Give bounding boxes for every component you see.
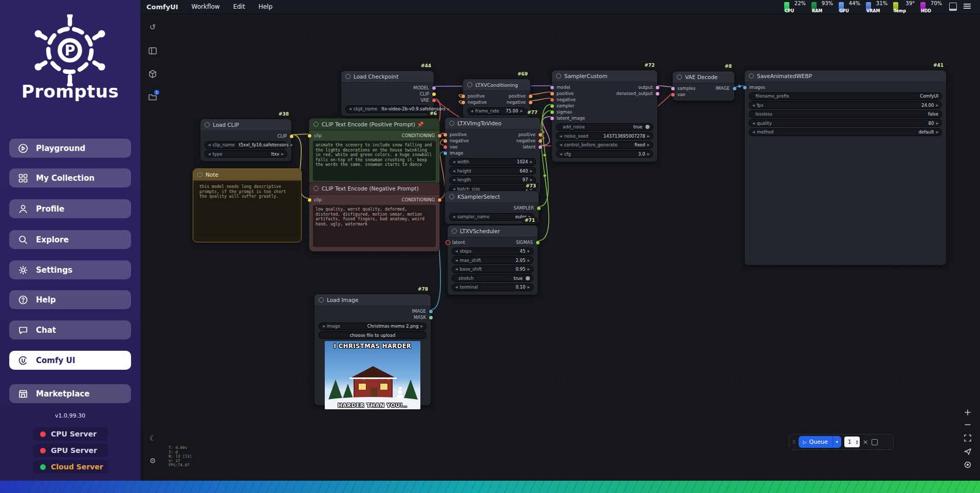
node-header[interactable]: LTXVConditioning [463, 79, 530, 91]
collapse-dot[interactable] [452, 229, 457, 234]
collapse-dot[interactable] [205, 122, 210, 127]
negative-prompt-textarea[interactable]: low quality, worst quality, deformed, di… [313, 205, 436, 247]
slot-output-output[interactable] [656, 86, 659, 89]
widget-height[interactable]: ◀height640▶ [449, 167, 536, 175]
slot-vae-input[interactable] [671, 93, 675, 97]
zoom-in-button[interactable] [962, 407, 973, 418]
node-header[interactable]: VAE Decode [673, 71, 734, 83]
sidebar-item-my-collection[interactable]: My Collection [9, 168, 131, 187]
slot-sampler-input[interactable] [550, 104, 554, 108]
node-ltxv-conditioning[interactable]: #69 LTXVConditioning positivepositive ne… [463, 79, 531, 119]
canvas-settings-gear-icon[interactable]: ⚙ [146, 454, 159, 467]
slot-latent-input[interactable] [446, 241, 450, 244]
node-header[interactable]: Load Checkpoint [341, 71, 434, 83]
collapse-dot[interactable] [313, 186, 319, 191]
widget-terminal[interactable]: ◀terminal0.10▶ [452, 283, 533, 291]
node-load-clip[interactable]: #38 Load CLIP CLIP ◀clip_namet5xxl_fp16.… [200, 119, 292, 162]
widget-cfg[interactable]: ◀cfg3.0▶ [556, 150, 653, 158]
slot-mask-output[interactable] [429, 316, 433, 319]
model-library-icon[interactable] [146, 67, 159, 81]
drag-handle[interactable]: ⠿ [792, 440, 796, 444]
sidebar-item-profile[interactable]: Profile [9, 199, 131, 218]
history-icon[interactable]: ↺ [146, 21, 159, 34]
node-load-image[interactable]: #78 Load Image IMAGE MASK ◀imageChristma… [314, 294, 431, 406]
widget-quality[interactable]: ◀quality80▶ [749, 119, 942, 127]
widget-control-before-generate[interactable]: ◀control_before_generatefixed▶ [556, 141, 653, 149]
slot-negative-input[interactable] [461, 101, 465, 104]
clear-queue-icon[interactable]: × [863, 438, 868, 446]
widget-type[interactable]: ◀typeltxv▶ [205, 150, 287, 158]
theme-moon-icon[interactable]: ☾ [146, 431, 159, 445]
chevron-down-icon[interactable]: ▾ [833, 436, 841, 448]
slot-model-input[interactable] [550, 86, 554, 89]
node-header[interactable]: CLIP Text Encode (Negative Prompt) [309, 183, 439, 195]
node-header[interactable]: KSamplerSelect [445, 191, 539, 203]
slot-negative-input[interactable] [443, 139, 447, 143]
focus-selection-button[interactable] [962, 459, 973, 470]
node-header[interactable]: Load Image [315, 294, 431, 306]
slot-clip-output[interactable] [290, 135, 293, 138]
slot-vae-input[interactable] [443, 145, 447, 149]
slot-latent-image-input[interactable] [550, 117, 554, 120]
slot-samples-input[interactable] [671, 87, 675, 90]
upload-button[interactable]: choose file to upload [319, 331, 427, 339]
collapse-dot[interactable] [449, 194, 454, 199]
slot-vae-output[interactable] [432, 99, 436, 102]
widget-fps[interactable]: ◀fps24.00▶ [749, 101, 942, 109]
toggle-knob[interactable] [645, 125, 650, 129]
node-header[interactable]: LTXVScheduler [448, 225, 538, 237]
slot-image-output[interactable] [429, 310, 433, 313]
collapse-dot[interactable] [467, 82, 472, 87]
collapse-dot[interactable] [749, 73, 754, 79]
sidebar-item-playground[interactable]: Playground [9, 139, 131, 158]
slot-image-output[interactable] [733, 87, 736, 90]
node-header[interactable]: SamplerCustom [552, 70, 657, 82]
zoom-out-button[interactable] [962, 419, 973, 430]
slot-images-input[interactable] [743, 86, 747, 89]
slot-clip-output[interactable] [432, 92, 436, 96]
node-save-animated-webp[interactable]: #41 SaveAnimatedWEBP images filename_pre… [744, 70, 947, 266]
bottom-panel-icon[interactable] [949, 3, 957, 11]
node-header[interactable]: CLIP Text Encode (Positive Prompt) 📌 [309, 119, 439, 130]
slot-negative-output[interactable] [539, 139, 542, 143]
slot-clip-input[interactable] [308, 198, 311, 202]
widget-steps[interactable]: ◀steps45▶ [452, 248, 533, 255]
positive-prompt-textarea[interactable]: animate the scenery to include snow fall… [313, 141, 436, 181]
menu-icon[interactable] [964, 3, 972, 11]
slot-conditioning-output[interactable] [438, 198, 441, 202]
collapse-dot[interactable] [556, 73, 561, 79]
slot-sigmas-input[interactable] [550, 110, 554, 114]
widget-stretch[interactable]: stretchtrue [452, 274, 533, 282]
slot-denoised-output[interactable] [656, 92, 659, 96]
panel-toggle-icon[interactable] [146, 44, 159, 58]
collapse-dot[interactable] [319, 297, 324, 302]
widget-length[interactable]: ◀length97▶ [449, 176, 536, 184]
collapse-dot[interactable] [197, 172, 202, 177]
slot-positive-output[interactable] [539, 133, 542, 137]
node-load-checkpoint[interactable]: #44 Load Checkpoint MODEL CLIP VAE ◀ckpt… [341, 70, 434, 117]
menu-edit[interactable]: Edit [233, 3, 245, 10]
widget-add-noise[interactable]: add_noisetrue [556, 123, 653, 131]
slot-conditioning-output[interactable] [438, 134, 441, 138]
slot-negative-input[interactable] [550, 98, 554, 102]
slot-latent-output[interactable] [539, 145, 542, 149]
workflows-folder-icon[interactable]: 1 [146, 90, 159, 104]
widget-filename-prefix[interactable]: filename_prefixComfyUI [749, 92, 942, 100]
slot-sigmas-output[interactable] [536, 241, 540, 244]
sidebar-item-help[interactable]: Help [9, 290, 131, 309]
sidebar-item-explore[interactable]: Explore [9, 230, 131, 249]
toggle-knob[interactable] [526, 276, 530, 280]
widget-base-shift[interactable]: ◀base_shift0.95▶ [452, 266, 533, 273]
note-textarea[interactable]: this model needs long descriptive prompt… [197, 182, 298, 237]
collapse-dot[interactable] [313, 122, 319, 127]
sidebar-item-settings[interactable]: Settings [9, 260, 131, 279]
queue-button[interactable]: ▷Queue ▾ [799, 436, 841, 448]
node-header[interactable]: LTXVImgToVideo [445, 118, 540, 129]
node-ltxv-scheduler[interactable]: #71 LTXVScheduler latentSIGMAS ◀steps45▶… [447, 225, 538, 295]
collapse-dot[interactable] [345, 74, 350, 79]
node-sampler-custom[interactable]: #72 SamplerCustom modeloutput positivede… [551, 70, 658, 162]
node-note[interactable]: Note this model needs long descriptive p… [193, 168, 302, 242]
menu-workflow[interactable]: Workflow [192, 3, 220, 10]
node-clip-text-encode-negative[interactable]: CLIP Text Encode (Negative Prompt) clipC… [309, 182, 440, 252]
pan-mode-button[interactable] [962, 446, 973, 457]
